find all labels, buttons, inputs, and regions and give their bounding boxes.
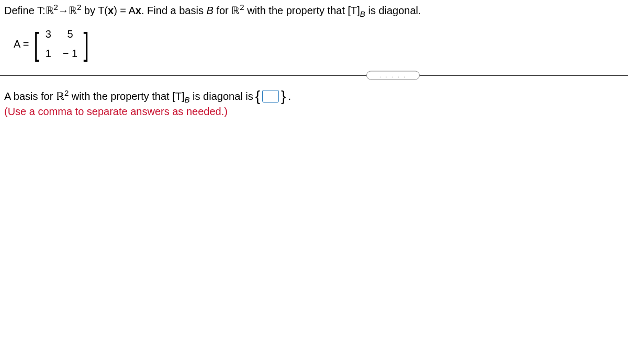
- a-Bsub: B: [185, 95, 190, 104]
- dots-icon: . . . . .: [379, 73, 407, 78]
- q-Bsub: B: [360, 9, 365, 18]
- a-mid: is diagonal is: [190, 90, 253, 102]
- answer-input[interactable]: [262, 90, 279, 103]
- q-sq1: 2: [54, 3, 58, 12]
- q-x1: x: [108, 5, 114, 16]
- q-x2: x: [136, 5, 141, 16]
- q-sq3: 2: [240, 3, 244, 12]
- q-end: is diagonal.: [365, 5, 421, 16]
- left-brace-icon: {: [255, 91, 260, 101]
- a-R: ℝ: [56, 90, 64, 102]
- question-text: Define T:ℝ2→ℝ2 by T(x) = Ax. Find a basi…: [4, 4, 624, 17]
- right-bracket-icon: ]: [84, 29, 89, 59]
- right-brace-icon: }: [281, 91, 286, 101]
- m11: 3: [46, 28, 51, 40]
- q-R3: ℝ: [231, 5, 240, 16]
- matrix-grid: 3 5 1 − 1: [44, 26, 78, 62]
- answer-hint: (Use a comma to separate answers as need…: [4, 106, 624, 118]
- q-pre: Define T:: [4, 5, 46, 16]
- section-divider: . . . . .: [0, 71, 628, 79]
- q-B: B: [207, 5, 214, 16]
- q-sq2: 2: [77, 3, 81, 12]
- m21: 1: [46, 48, 51, 60]
- m22: − 1: [63, 48, 77, 60]
- answer-prompt: A basis for ℝ2 with the property that [T…: [4, 90, 624, 103]
- matrix-label: A =: [14, 38, 29, 50]
- q-R1: ℝ: [46, 5, 54, 16]
- m12: 5: [63, 28, 77, 40]
- q-for: for: [214, 5, 231, 16]
- q-eqAx: ) = A: [114, 5, 136, 16]
- q-post: . Find a basis: [141, 5, 207, 16]
- left-bracket-icon: [: [34, 29, 39, 59]
- a-period: .: [288, 90, 291, 103]
- divider-line: [0, 75, 628, 76]
- arrow-icon: →: [58, 5, 69, 17]
- a-pre: A basis for: [4, 90, 56, 102]
- matrix-definition: A = [ 3 5 1 − 1 ]: [14, 26, 624, 62]
- expand-button[interactable]: . . . . .: [366, 71, 420, 80]
- a-with: with the property that [T]: [69, 90, 184, 102]
- q-with: with the property that [T]: [244, 5, 360, 16]
- q-R2: ℝ: [69, 5, 77, 16]
- q-by: by T(: [81, 5, 108, 16]
